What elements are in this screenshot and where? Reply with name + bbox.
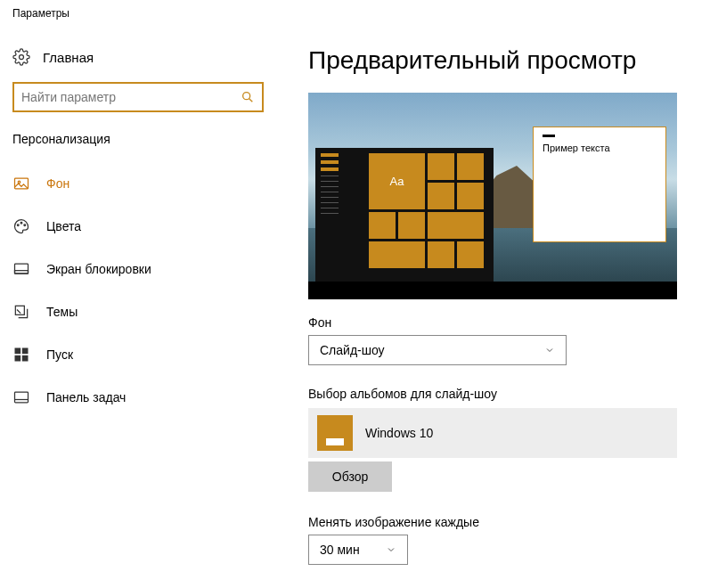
preview-pane: Aa Пример текста bbox=[308, 93, 677, 299]
home-link[interactable]: Главная bbox=[0, 43, 276, 82]
preview-tile-aa: Aa bbox=[369, 153, 425, 209]
palette-icon bbox=[12, 217, 30, 235]
svg-rect-10 bbox=[15, 306, 24, 314]
nav: Фон Цвета Экран блокировки Темы bbox=[0, 162, 276, 419]
lockscreen-icon bbox=[12, 260, 30, 278]
nav-label: Панель задач bbox=[46, 390, 126, 404]
album-name: Windows 10 bbox=[365, 426, 433, 440]
home-label: Главная bbox=[43, 50, 94, 65]
nav-item-taskbar[interactable]: Панель задач bbox=[0, 376, 276, 419]
preview-start-menu: Aa bbox=[315, 148, 494, 282]
interval-dropdown[interactable]: 30 мин bbox=[308, 535, 408, 565]
svg-rect-12 bbox=[22, 348, 29, 355]
nav-label: Фон bbox=[46, 176, 69, 191]
page-title: Предварительный просмотр bbox=[308, 46, 692, 75]
themes-icon bbox=[12, 303, 30, 321]
main-panel: Предварительный просмотр Aa bbox=[276, 27, 710, 565]
sample-text: Пример текста bbox=[543, 143, 610, 153]
search-input-wrapper[interactable] bbox=[12, 82, 264, 112]
chevron-down-icon bbox=[544, 345, 555, 355]
gear-icon bbox=[12, 48, 30, 66]
svg-rect-8 bbox=[15, 264, 29, 274]
nav-item-lockscreen[interactable]: Экран блокировки bbox=[0, 248, 276, 290]
svg-rect-15 bbox=[15, 392, 29, 403]
nav-item-colors[interactable]: Цвета bbox=[0, 205, 276, 248]
svg-line-2 bbox=[249, 99, 253, 102]
window-title: Параметры bbox=[0, 0, 710, 27]
background-value: Слайд-шоу bbox=[320, 343, 385, 357]
picture-icon bbox=[12, 175, 30, 192]
svg-point-1 bbox=[243, 93, 250, 100]
nav-label: Экран блокировки bbox=[46, 262, 151, 276]
album-item[interactable]: Windows 10 bbox=[308, 408, 677, 458]
svg-rect-14 bbox=[22, 355, 29, 362]
svg-point-0 bbox=[20, 55, 24, 60]
start-icon bbox=[12, 346, 30, 363]
sidebar: Главная Персонализация Фон Цвета bbox=[0, 27, 276, 565]
nav-item-themes[interactable]: Темы bbox=[0, 290, 276, 333]
chevron-down-icon bbox=[386, 544, 396, 555]
nav-label: Пуск bbox=[46, 347, 73, 362]
svg-point-6 bbox=[20, 222, 22, 224]
search-input[interactable] bbox=[21, 90, 241, 104]
search-icon bbox=[241, 90, 255, 104]
svg-rect-13 bbox=[15, 355, 21, 362]
nav-item-start[interactable]: Пуск bbox=[0, 333, 276, 376]
album-thumbnail bbox=[317, 415, 353, 451]
section-header: Персонализация bbox=[0, 132, 276, 162]
browse-button[interactable]: Обзор bbox=[308, 461, 392, 492]
interval-label: Менять изображение каждые bbox=[308, 515, 692, 529]
interval-value: 30 мин bbox=[320, 543, 360, 557]
svg-point-7 bbox=[24, 225, 26, 226]
background-label: Фон bbox=[308, 315, 692, 330]
nav-item-background[interactable]: Фон bbox=[0, 162, 276, 205]
albums-label: Выбор альбомов для слайд-шоу bbox=[308, 387, 692, 401]
preview-sample-window: Пример текста bbox=[533, 127, 666, 242]
nav-label: Цвета bbox=[46, 219, 81, 233]
svg-point-5 bbox=[17, 225, 19, 226]
taskbar-icon bbox=[12, 388, 30, 406]
svg-rect-11 bbox=[15, 348, 21, 355]
background-dropdown[interactable]: Слайд-шоу bbox=[308, 335, 567, 365]
svg-rect-9 bbox=[15, 271, 29, 274]
nav-label: Темы bbox=[46, 305, 78, 319]
